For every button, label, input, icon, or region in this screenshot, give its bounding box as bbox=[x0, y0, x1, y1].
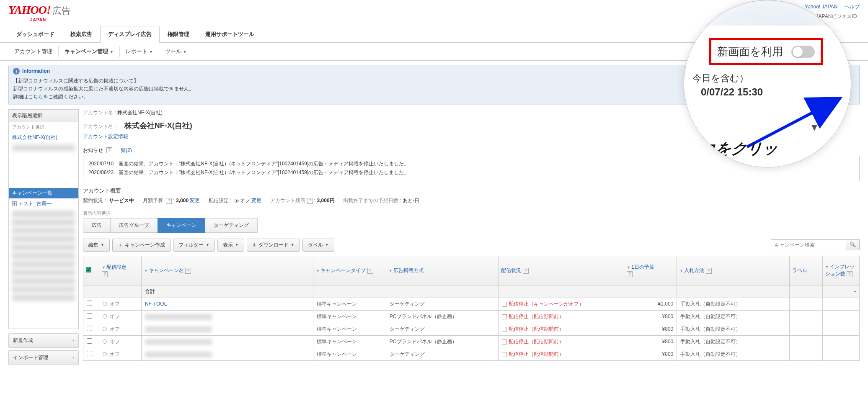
info-details-link[interactable]: こちら bbox=[28, 94, 43, 100]
row-bid: 手動入札（自動設定不可） bbox=[677, 298, 789, 310]
sidebar-tree-item-test[interactable]: +テスト_古賀― bbox=[9, 198, 78, 209]
sidebar-tree-campaign-list[interactable]: キャンペーン一覧 bbox=[9, 188, 78, 198]
help-icon: ? bbox=[102, 271, 108, 277]
row-checkbox[interactable] bbox=[87, 313, 92, 319]
account-name-label: アカウント名 : bbox=[83, 123, 116, 130]
expand-icon[interactable]: + bbox=[12, 201, 17, 206]
new-ui-toggle[interactable] bbox=[791, 46, 815, 58]
help-icon: ? bbox=[523, 268, 529, 274]
plus-icon: ＋ bbox=[118, 242, 123, 249]
tab-search-ads[interactable]: 検索広告 bbox=[62, 26, 100, 42]
notice-label: お知らせ bbox=[83, 147, 103, 154]
tab-permissions[interactable]: 権限管理 bbox=[160, 26, 197, 42]
row-delivery[interactable]: オフ bbox=[103, 301, 120, 308]
row-checkbox[interactable] bbox=[87, 326, 92, 331]
table-row: オフ標準キャンペーンターゲティング配信停止（配信期間前）¥800手動入札（自動設… bbox=[83, 348, 860, 360]
row-method: ターゲティング bbox=[386, 348, 498, 360]
subtab-campaign[interactable]: キャンペーン管理▼ bbox=[59, 46, 120, 57]
col-name[interactable]: ▼キャンペーン名 ? bbox=[141, 256, 313, 285]
display-button[interactable]: 表示▼ bbox=[217, 239, 244, 252]
magnifier-callout: 新画面を利用 今日を含む） 0/07/22 15:30 ▾ ココをクリック bbox=[684, 0, 851, 167]
help-icon: ? bbox=[706, 268, 712, 274]
row-name[interactable] bbox=[141, 348, 313, 360]
col-label[interactable]: ラベル bbox=[789, 256, 822, 285]
notice-item: 2020/06/23 審査の結果、アカウント："株式会社NF-X(自社）/ネット… bbox=[88, 168, 854, 177]
col-checkbox[interactable] bbox=[83, 256, 99, 285]
logo-yahoo-text: YAHOO! bbox=[8, 3, 51, 16]
col-impressions[interactable]: ▼インプレッション数 ? bbox=[822, 256, 859, 285]
row-bid: 手動入札（自動設定不可） bbox=[677, 335, 789, 348]
row-name[interactable]: NF-TOOL bbox=[141, 298, 313, 310]
row-delivery[interactable]: オフ bbox=[103, 351, 120, 358]
dtab-ad[interactable]: 広告 bbox=[83, 218, 111, 233]
create-campaign-button[interactable]: ＋キャンペーン作成 bbox=[112, 239, 170, 252]
edit-button[interactable]: 編集▼ bbox=[83, 239, 110, 252]
row-type: 標準キャンペーン bbox=[313, 310, 386, 323]
tab-display-ads[interactable]: ディスプレイ広告 bbox=[100, 26, 160, 43]
info-title: Information bbox=[22, 68, 50, 74]
table-toolbar: 編集▼ ＋キャンペーン作成 フィルター▼ 表示▼ ⬇ダウンロード▼ ラベル▼ 🔍 bbox=[83, 239, 860, 252]
col-delivery[interactable]: ▼配信設定? bbox=[99, 256, 141, 285]
chevron-down-icon: ▼ bbox=[110, 50, 114, 54]
table-row: オフ標準キャンペーンPCブランドパネル（静止画）配信停止（配信期間前）¥800手… bbox=[83, 335, 860, 348]
dtab-campaign[interactable]: キャンペーン bbox=[158, 218, 205, 233]
tab-support-tools[interactable]: 運用サポートツール bbox=[197, 26, 262, 42]
help-icon: ? bbox=[367, 268, 373, 274]
col-type[interactable]: ▼キャンペーンタイプ ? bbox=[313, 256, 386, 285]
col-status[interactable]: 配信状況 ? bbox=[499, 256, 624, 285]
change-budget-link[interactable]: 変更 bbox=[190, 198, 200, 203]
chevron-down-icon: ▼ bbox=[101, 243, 104, 247]
col-method[interactable]: ▼広告掲載方式 bbox=[386, 256, 498, 285]
subtab-report[interactable]: レポート▼ bbox=[120, 46, 159, 57]
row-type: 標準キャンペーン bbox=[313, 348, 386, 360]
chevron-right-icon: › bbox=[72, 355, 74, 360]
row-delivery[interactable]: オフ bbox=[103, 338, 120, 345]
sidebar-import-button[interactable]: インポート管理› bbox=[8, 350, 79, 365]
row-method: PCブランドパネル（静止画） bbox=[386, 310, 498, 323]
filter-button[interactable]: フィルター▼ bbox=[173, 239, 215, 252]
row-daily: ¥1,000 bbox=[624, 298, 677, 310]
subtab-account[interactable]: アカウント管理 bbox=[8, 46, 59, 57]
row-name[interactable] bbox=[141, 335, 313, 348]
label-button[interactable]: ラベル▼ bbox=[302, 239, 334, 252]
col-daily[interactable]: ▼1日の予算? bbox=[624, 256, 677, 285]
row-daily: ¥800 bbox=[624, 348, 677, 360]
link-help[interactable]: ヘルプ bbox=[845, 4, 860, 10]
row-checkbox[interactable] bbox=[87, 351, 92, 356]
row-status: 配信停止（配信期間前） bbox=[499, 348, 624, 360]
sidebar-account-select[interactable]: 株式会社NF-X(自社) bbox=[9, 132, 78, 186]
account-overview-row: 契約状況 : サービス中 月額予算 ? : 3,000 変更 配信設定 : オフ… bbox=[83, 197, 860, 204]
row-name[interactable] bbox=[141, 323, 313, 335]
row-name[interactable] bbox=[141, 310, 313, 323]
help-icon[interactable]: ? bbox=[106, 147, 112, 153]
chevron-right-icon: › bbox=[72, 337, 74, 343]
search-button[interactable]: 🔍 bbox=[846, 239, 860, 250]
help-icon: ? bbox=[627, 271, 633, 277]
dtab-adgroup[interactable]: 広告グループ bbox=[110, 218, 158, 233]
dtab-targeting[interactable]: ターゲティング bbox=[205, 218, 258, 233]
notice-list-link[interactable]: 一覧(2) bbox=[116, 147, 132, 154]
logo: YAHOO! JAPAN 広告 bbox=[8, 3, 71, 23]
row-status: 配信停止（キャンペーンがオフ） bbox=[499, 298, 624, 310]
row-checkbox[interactable] bbox=[87, 301, 92, 306]
tab-dashboard[interactable]: ダッシュボード bbox=[8, 26, 62, 42]
row-status: 配信停止（配信期間前） bbox=[499, 310, 624, 323]
download-icon: ⬇ bbox=[252, 242, 256, 248]
subtab-tool[interactable]: ツール▼ bbox=[159, 46, 193, 57]
sidebar-new-button[interactable]: 新規作成› bbox=[8, 333, 79, 348]
link-yahoo-japan[interactable]: Yahoo! JAPAN bbox=[805, 4, 837, 10]
sidebar-account-option[interactable]: 株式会社NF-X(自社) bbox=[9, 132, 78, 143]
help-icon[interactable]: ? bbox=[307, 198, 313, 204]
row-method: PCブランドパネル（静止画） bbox=[386, 335, 498, 348]
row-delivery[interactable]: オフ bbox=[103, 326, 120, 333]
help-icon: ? bbox=[185, 268, 191, 274]
col-bid[interactable]: ▼入札方法 ? bbox=[677, 256, 789, 285]
row-delivery[interactable]: オフ bbox=[103, 313, 120, 320]
account-settings-link[interactable]: アカウント設定情報 bbox=[83, 133, 128, 140]
info-icon: i bbox=[13, 68, 20, 75]
help-icon[interactable]: ? bbox=[166, 198, 172, 204]
row-checkbox[interactable] bbox=[87, 338, 92, 344]
change-delivery-link[interactable]: 変更 bbox=[251, 198, 261, 203]
campaign-search-input[interactable] bbox=[771, 239, 846, 250]
download-button[interactable]: ⬇ダウンロード▼ bbox=[247, 239, 300, 252]
